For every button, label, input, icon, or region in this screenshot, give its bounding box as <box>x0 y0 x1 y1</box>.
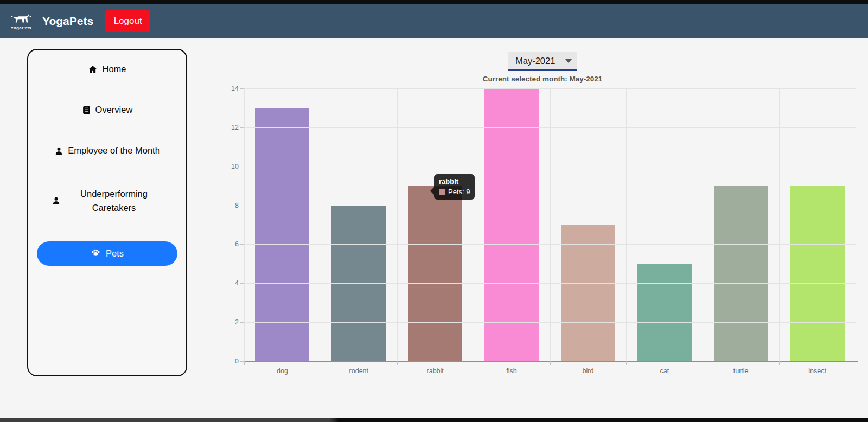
logo-wordmark: YogaPets <box>11 25 31 30</box>
gridline-v <box>321 88 321 361</box>
pets-bar-chart: insectturtlecatbirdfishrabbitrodentdog14… <box>222 81 868 384</box>
month-select-underline <box>508 69 577 71</box>
x-tick-mark <box>856 361 856 365</box>
x-axis-label: rabbit <box>403 367 468 375</box>
month-select[interactable]: May-2021 <box>508 52 577 70</box>
x-axis-line <box>240 361 858 362</box>
gridline-v <box>474 88 474 361</box>
gridline-v <box>856 88 856 361</box>
tooltip-title: rabbit <box>439 177 470 186</box>
gridline-h <box>244 88 856 89</box>
sidebar-item-label: Pets <box>106 248 124 259</box>
home-icon <box>88 65 98 74</box>
sidebar-item-pets[interactable]: Pets <box>37 241 177 266</box>
sidebar-item-label: Employee of the Month <box>68 145 160 156</box>
y-tick-mark <box>240 206 244 206</box>
caret-down-icon <box>565 59 572 63</box>
y-axis-label: 14 <box>222 85 239 92</box>
sidebar-item-home[interactable]: Home <box>28 64 186 74</box>
window-bottom-edge <box>0 418 868 422</box>
gridline-v <box>626 88 627 361</box>
gridline-v <box>779 88 780 361</box>
tooltip-caret-icon <box>430 187 434 195</box>
y-tick-mark <box>240 127 244 128</box>
x-axis-label: dog <box>250 367 315 375</box>
bar-insect[interactable] <box>790 186 845 361</box>
x-tick-mark <box>626 361 627 365</box>
sidebar-item-underperforming-caretakers[interactable]: Underperforming Caretakers <box>28 187 186 215</box>
sidebar-item-label: Home <box>102 64 126 74</box>
x-tick-mark <box>779 361 780 365</box>
sidebar-item-label: Underperforming Caretakers <box>65 187 163 215</box>
book-icon <box>82 105 91 115</box>
bar-dog[interactable] <box>255 108 309 361</box>
logout-button[interactable]: Logout <box>105 10 150 32</box>
month-select-value: May-2021 <box>515 56 555 66</box>
person-icon <box>52 196 61 206</box>
x-axis-label: insect <box>785 367 850 375</box>
tooltip-legend-swatch-icon <box>439 189 445 195</box>
gridline-v <box>550 88 551 361</box>
tooltip-value: Pets: 9 <box>448 188 470 196</box>
bar-cat[interactable] <box>637 264 692 361</box>
y-axis-label: 6 <box>222 240 239 248</box>
sidebar-nav: HomeOverviewEmployee of the MonthUnderpe… <box>27 49 187 376</box>
x-axis-label: turtle <box>709 367 774 375</box>
x-tick-mark <box>244 361 245 365</box>
sidebar-item-employee-of-the-month[interactable]: Employee of the Month <box>28 145 186 156</box>
x-tick-mark <box>321 361 321 365</box>
app-title: YogaPets <box>42 15 93 28</box>
x-tick-mark <box>550 361 551 365</box>
person-icon <box>54 146 63 156</box>
x-axis-label: fish <box>479 367 544 375</box>
gridline-h <box>244 167 856 167</box>
bar-bird[interactable] <box>561 225 615 362</box>
x-tick-mark <box>703 361 703 365</box>
y-axis-label: 8 <box>222 202 239 209</box>
chart-tooltip: rabbit Pets: 9 <box>434 174 475 200</box>
y-axis-label: 4 <box>222 279 239 287</box>
y-tick-mark <box>240 88 244 89</box>
x-axis-label: cat <box>632 367 697 375</box>
y-axis-label: 10 <box>222 163 239 170</box>
x-axis-label: bird <box>556 367 621 375</box>
y-tick-mark <box>240 283 244 284</box>
bar-turtle[interactable] <box>714 186 768 361</box>
gridline-h <box>244 244 856 245</box>
y-axis-label: 12 <box>222 124 239 131</box>
y-tick-mark <box>240 361 244 362</box>
dog-logo-icon <box>10 12 32 26</box>
x-tick-mark <box>397 361 398 365</box>
y-axis-label: 0 <box>222 357 239 365</box>
yogapets-logo: YogaPets <box>9 8 34 34</box>
window-top-edge <box>0 0 868 4</box>
gridline-h <box>244 322 856 323</box>
bar-fish[interactable] <box>484 88 539 361</box>
gridline-h <box>244 127 856 128</box>
app-window: YogaPets YogaPets Logout HomeOverviewEmp… <box>0 0 868 422</box>
gridline-h <box>244 283 856 284</box>
gridline-h <box>244 206 856 206</box>
y-tick-mark <box>240 322 244 323</box>
x-axis-label: rodent <box>326 367 391 375</box>
y-axis-label: 2 <box>222 318 239 326</box>
y-tick-mark <box>240 167 244 167</box>
gridline-v <box>397 88 398 361</box>
sidebar-item-overview[interactable]: Overview <box>28 105 186 115</box>
paw-icon <box>91 248 101 260</box>
header-bar: YogaPets YogaPets Logout <box>0 4 868 38</box>
gridline-v <box>703 88 703 361</box>
y-tick-mark <box>240 244 244 245</box>
bar-rabbit[interactable] <box>408 186 462 361</box>
x-tick-mark <box>474 361 474 365</box>
gridline-v <box>244 88 245 361</box>
sidebar-item-label: Overview <box>95 105 133 115</box>
